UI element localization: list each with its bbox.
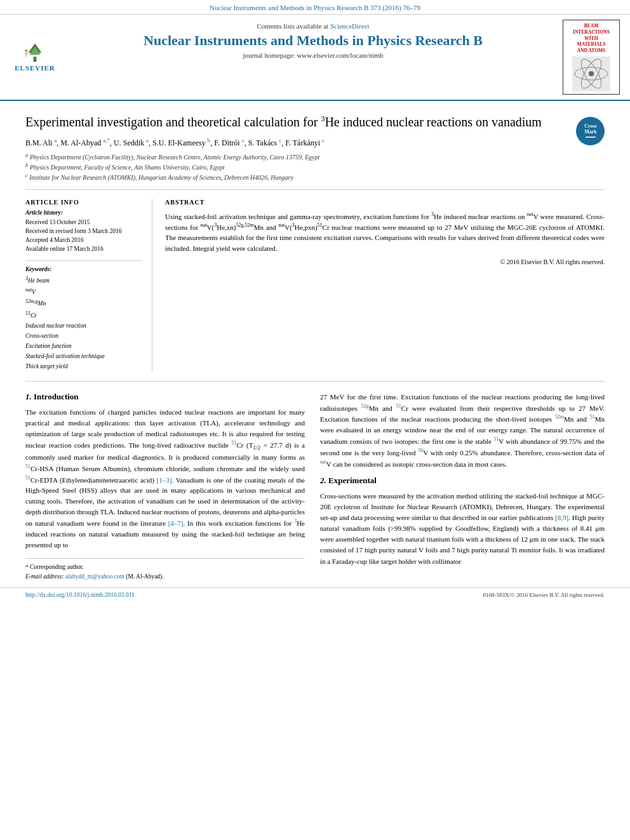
issn-license: 0168-583X/© 2016 Elsevier B.V. All right…	[483, 592, 605, 598]
article-body-sections: 1. Introduction The excitation functions…	[25, 382, 605, 581]
history-online: Available online 17 March 2016	[25, 244, 143, 253]
article-title: Experimental investigation and theoretic…	[25, 114, 570, 131]
elsevier-tree-icon	[22, 43, 48, 63]
abstract-heading: ABSTRACT	[165, 199, 605, 206]
history-accepted: Accepted 4 March 2016	[25, 236, 143, 244]
contents-line: Contents lists available at ScienceDirec…	[70, 22, 556, 30]
article-title-block: Experimental investigation and theoretic…	[25, 114, 570, 183]
keyword-3: 52m,gMn	[25, 297, 143, 309]
journal-homepage: journal homepage: www.elsevier.com/locat…	[70, 51, 556, 59]
left-column: 1. Introduction The excitation functions…	[25, 392, 305, 581]
section1-cont-paragraph: 27 MeV for the first time. Excitation fu…	[320, 392, 605, 470]
history-label: Article history:	[25, 210, 143, 216]
keyword-6: Cross-section	[25, 331, 143, 341]
keyword-8: Stacked-foil activation technique	[25, 351, 143, 361]
journal-name: Nuclear Instruments and Methods in Physi…	[70, 32, 556, 49]
svg-text:Cross: Cross	[584, 123, 596, 129]
journal-header: ELSEVIER Contents lists available at Sci…	[0, 15, 630, 101]
beam-interactions-box: BEAM INTERACTIONS WITH MATERIALS AND ATO…	[563, 20, 620, 95]
keyword-2: natV	[25, 286, 143, 297]
authors-line: B.M. Ali a, M. Al-Abyad a,*, U. Seddik a…	[25, 137, 570, 148]
crossmark-circle: Cross Mark	[576, 117, 605, 145]
keywords-label: Keywords:	[25, 266, 143, 272]
main-content: Experimental investigation and theoretic…	[0, 101, 630, 581]
svg-text:Mark: Mark	[584, 129, 597, 135]
keyword-7: Excitation function	[25, 341, 143, 351]
keywords-section: Keywords: 3He beam natV 52m,gMn 51Cr Ind…	[25, 266, 143, 372]
section1-paragraph1: The excitation functions of charged part…	[25, 407, 305, 551]
history-received: Received 13 October 2015	[25, 218, 143, 227]
elsevier-logo-block: ELSEVIER	[6, 20, 64, 95]
beam-interactions-title: BEAM INTERACTIONS WITH MATERIALS AND ATO…	[573, 23, 610, 54]
article-info-column: ARTICLE INFO Article history: Received 1…	[25, 199, 152, 372]
right-column: 27 MeV for the first time. Excitation fu…	[320, 392, 605, 581]
divider	[25, 260, 143, 261]
article-title-section: Experimental investigation and theoretic…	[25, 101, 605, 190]
section2-paragraph1: Cross-sections were measured by the acti…	[320, 491, 605, 566]
doi-link[interactable]: http://dx.doi.org/10.1016/j.nimb.2016.03…	[25, 592, 135, 598]
keyword-4: 51Cr	[25, 309, 143, 321]
journal-citation-text: Nuclear Instruments and Methods in Physi…	[210, 4, 420, 11]
history-revised: Received in revised form 3 March 2016	[25, 227, 143, 236]
footnote-area: * Corresponding author. E-mail address: …	[25, 558, 305, 581]
beam-image	[572, 57, 610, 91]
keyword-1: 3He beam	[25, 274, 143, 286]
footnote-email: E-mail address: alahydd_m@yahoo.com (M. …	[25, 572, 305, 581]
sciencedirect-link[interactable]: ScienceDirect	[330, 22, 370, 30]
article-history: Article history: Received 13 October 201…	[25, 210, 143, 254]
journal-citation-bar: Nuclear Instruments and Methods in Physi…	[0, 0, 630, 15]
bottom-bar: http://dx.doi.org/10.1016/j.nimb.2016.03…	[0, 587, 630, 602]
elsevier-label: ELSEVIER	[15, 64, 55, 72]
svg-rect-0	[34, 57, 37, 62]
section1-title: 1. Introduction	[25, 392, 305, 402]
copyright-text: © 2016 Elsevier B.V. All rights reserved…	[165, 258, 605, 265]
journal-title-block: Contents lists available at ScienceDirec…	[70, 20, 556, 95]
svg-point-3	[25, 49, 28, 52]
svg-point-9	[589, 71, 594, 76]
abstract-column: ABSTRACT Using stacked-foil activation t…	[165, 199, 605, 372]
keyword-9: Thick target yield	[25, 361, 143, 371]
keyword-5: Induced nuclear reaction	[25, 321, 143, 331]
article-info-heading: ARTICLE INFO	[25, 199, 143, 206]
footnote-corresponding: * Corresponding author.	[25, 563, 305, 572]
crossmark-badge: Cross Mark	[576, 117, 605, 145]
article-info-abstract-section: ARTICLE INFO Article history: Received 1…	[25, 190, 605, 382]
affiliations: a Physics Department (Cyclotron Facility…	[25, 152, 570, 183]
abstract-text: Using stacked-foil activation technique …	[165, 211, 605, 253]
section2-title: 2. Experimental	[320, 476, 605, 486]
